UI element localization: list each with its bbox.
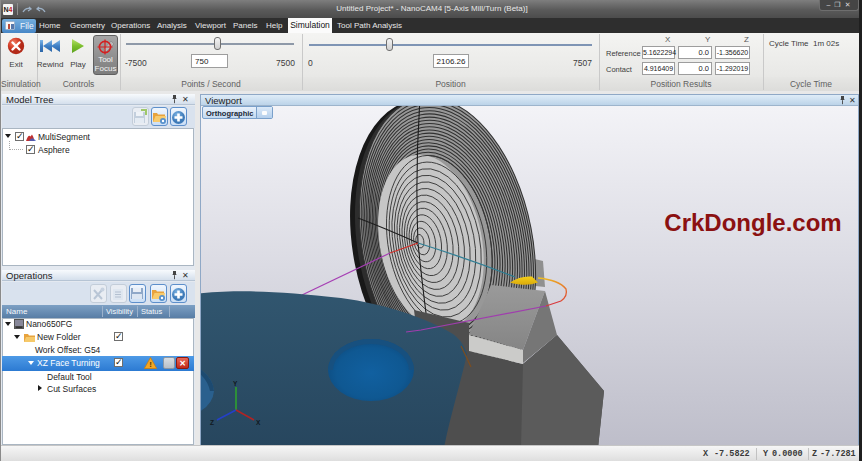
svg-text:!: ! [149,360,152,369]
svg-text:Z: Z [210,419,214,426]
svg-text:Y: Y [233,380,238,387]
svg-text:CrkDongle.com: CrkDongle.com [664,209,841,236]
svg-text:X: X [256,419,261,426]
